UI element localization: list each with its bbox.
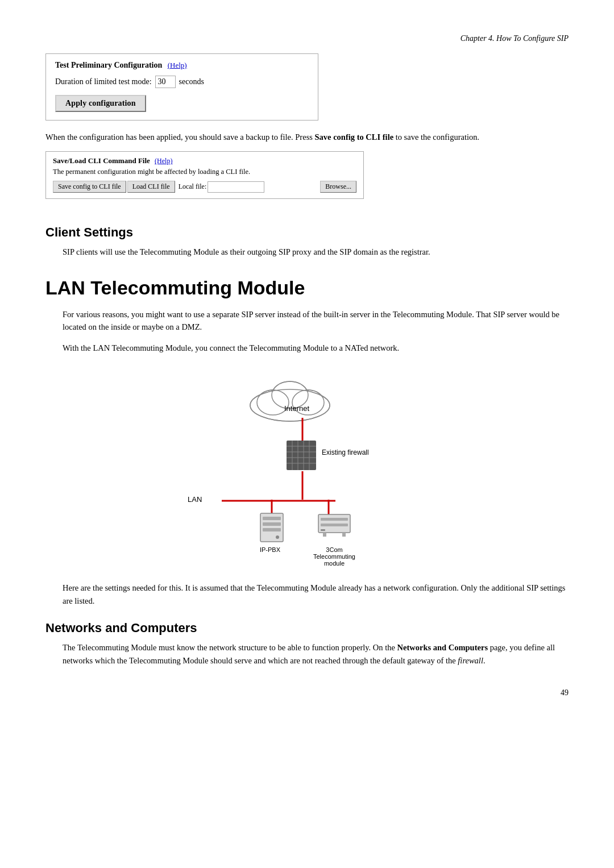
lan-module-heading: LAN Telecommuting Module — [45, 277, 569, 299]
cloud-svg — [244, 371, 335, 422]
networks-computers-heading: Networks and Computers — [45, 621, 569, 636]
save-load-title-text: Save/Load CLI Command File — [53, 156, 150, 165]
save-load-row: Save config to CLI file Load CLI file Lo… — [53, 181, 356, 193]
save-load-help-link[interactable]: (Help) — [155, 157, 172, 165]
body-text-1: When the configuration has been applied,… — [45, 131, 569, 143]
client-settings-body: SIP clients will use the Telecommuting M… — [63, 246, 569, 258]
ippbx-icon — [259, 512, 284, 543]
test-config-box: Test Preliminary Configuration (Help) Du… — [45, 53, 318, 121]
svg-rect-36 — [342, 533, 346, 537]
svg-point-30 — [276, 535, 279, 539]
client-settings-heading: Client Settings — [45, 225, 569, 240]
svg-rect-34 — [321, 529, 325, 531]
config-box-title: Test Preliminary Configuration (Help) — [55, 61, 309, 70]
firewall-label: Existing firewall — [322, 448, 369, 456]
save-load-desc: The permanent configuration might be aff… — [53, 168, 356, 176]
lan-module-para3: Here are the settings needed for this. I… — [63, 582, 569, 607]
networks-computers-body: The Telecommuting Module must know the n… — [63, 641, 569, 667]
svg-rect-33 — [321, 524, 348, 526]
internet-label: Internet — [284, 404, 309, 413]
duration-row: Duration of limited test mode: seconds — [55, 76, 309, 88]
load-cli-btn[interactable]: Load CLI file — [127, 181, 175, 193]
svg-rect-35 — [323, 533, 326, 537]
local-file-input[interactable] — [208, 181, 264, 193]
svg-rect-29 — [263, 528, 281, 531]
cloud-to-firewall-line — [300, 418, 305, 442]
duration-label: Duration of limited test mode: — [55, 77, 152, 86]
lan-line — [222, 498, 335, 504]
ippbx-label: IP-PBX — [256, 546, 284, 553]
svg-rect-28 — [263, 522, 281, 526]
duration-unit: seconds — [179, 77, 204, 86]
firewall-icon — [285, 439, 317, 471]
threecom-label: 3Com Telecommuting module — [312, 546, 357, 567]
lan-module-para1: For various reasons, you might want to u… — [63, 308, 569, 334]
local-file-label: Local file: — [179, 182, 207, 191]
firewall-to-lan-line — [300, 471, 305, 500]
save-config-btn[interactable]: Save config to CLI file — [53, 181, 126, 193]
apply-config-button[interactable]: Apply configuration — [55, 95, 146, 112]
lan-module-para2: With the LAN Telecommuting Module, you c… — [63, 342, 569, 354]
chapter-title: Chapter 4. How To Configure SIP — [460, 34, 569, 43]
config-box-title-text: Test Preliminary Configuration — [55, 61, 162, 69]
page-number: 49 — [561, 688, 569, 697]
network-diagram: Internet Existing firewall LAN — [165, 371, 449, 564]
threecom-icon — [317, 512, 351, 537]
save-load-title: Save/Load CLI Command File (Help) — [53, 156, 356, 165]
save-load-box: Save/Load CLI Command File (Help) The pe… — [45, 151, 364, 199]
config-help-link[interactable]: (Help) — [168, 61, 187, 69]
lan-label: LAN — [188, 495, 202, 504]
svg-rect-32 — [321, 518, 348, 521]
svg-rect-27 — [263, 517, 281, 520]
svg-rect-13 — [287, 441, 316, 470]
browse-btn[interactable]: Browse... — [320, 181, 356, 193]
duration-input[interactable] — [155, 76, 176, 88]
chapter-header: Chapter 4. How To Configure SIP — [45, 34, 569, 43]
